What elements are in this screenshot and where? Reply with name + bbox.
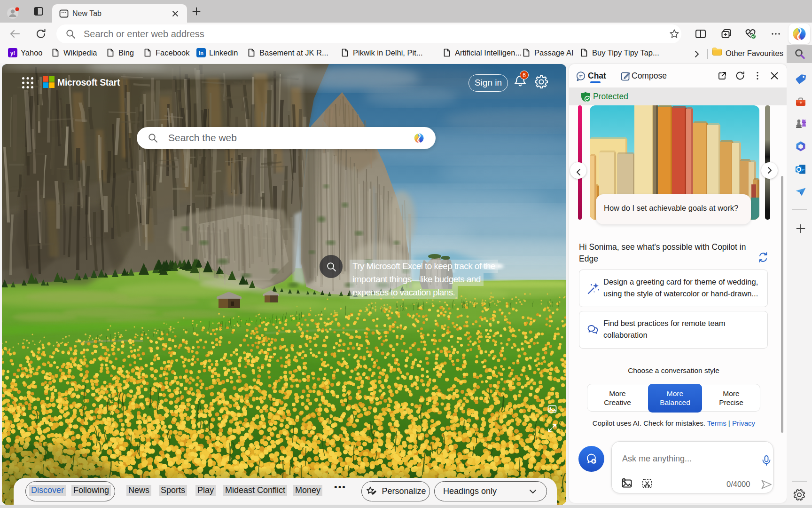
svg-text:y!: y! [10,50,16,56]
svg-text:in: in [199,50,203,56]
